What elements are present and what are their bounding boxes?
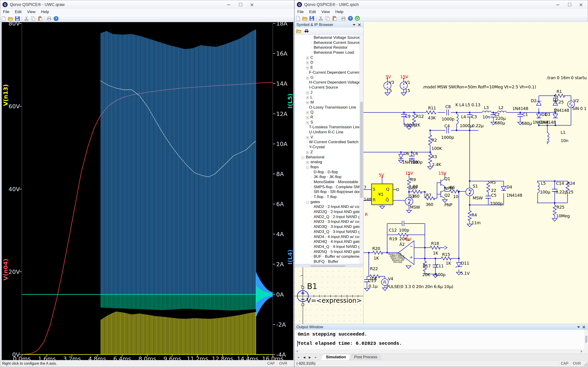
print-icon[interactable] [46,16,52,21]
help-icon[interactable] [348,16,353,21]
cut-icon[interactable] [24,16,29,21]
tree-item[interactable]: +E [294,65,359,70]
tree-item[interactable]: AND3 · 3-Input AND w/ complementary [294,219,359,224]
tree-item[interactable]: +D [294,60,359,65]
tree-item[interactable]: +M [294,100,359,105]
scroll-left-icon[interactable] [296,350,298,352]
expand-icon[interactable]: + [306,116,309,119]
close-icon[interactable] [358,23,361,26]
tree-item[interactable]: T-Lossless Transmission Line [294,125,359,130]
tree-item[interactable]: -Behavioral [294,155,359,160]
open-icon[interactable] [302,16,308,21]
tree-item[interactable]: -gates [294,200,359,205]
expand-icon[interactable]: + [306,67,309,69]
tree-item[interactable]: I-Current Source [294,85,359,90]
browser-panel-header[interactable]: Symbol & IP Browser [294,22,363,28]
expand-icon[interactable]: + [306,161,309,164]
help-icon[interactable] [53,16,59,21]
tree-item[interactable]: +R [294,115,359,120]
menu-view[interactable]: View [319,9,333,14]
resize-grip-icon[interactable] [584,363,587,366]
expand-icon[interactable]: + [306,77,309,79]
tree-item[interactable]: AND3_Q · 3-Input NAND gate [294,229,359,234]
output-hscrollbar[interactable] [294,349,588,354]
run-icon[interactable] [355,16,360,21]
save-icon[interactable] [309,16,315,21]
collapse-icon[interactable]: - [306,201,309,204]
scrollbar-thumb[interactable] [360,102,363,198]
tree-item[interactable]: Y-Crystal [294,145,359,150]
minimize-button[interactable] [553,0,563,9]
tree-item[interactable]: AND3Q · 3-Input AND gate [294,224,359,229]
tree-item[interactable]: +Z [294,150,359,155]
copy-icon[interactable] [31,16,36,21]
tree-item[interactable]: SMPS-flop · Complete SMPS-flop [294,184,359,190]
collapse-icon[interactable]: - [306,166,309,169]
menu-file[interactable]: File [294,9,306,14]
tree-item[interactable]: AND2Q · 2-Input AND gate [294,209,359,214]
tree-item[interactable]: JK-flop · JK-flop [294,175,359,179]
expand-icon[interactable]: + [306,136,309,139]
open-library-icon[interactable] [296,28,302,34]
cut-icon[interactable] [318,16,324,21]
tree-item[interactable]: F-Current Dependent Current Source [294,70,359,75]
tab-simulation[interactable]: Simulation [320,354,351,361]
tree-scrollbar[interactable] [359,35,363,264]
tree-item[interactable]: Behavioral Resistor [294,45,359,50]
plot-area[interactable]: 0.0ms1.6ms3.2ms4.8ms6.4ms8.0ms9.6ms11.2m… [2,22,294,360]
tree-item[interactable]: +J [294,90,359,95]
tree-item[interactable]: T-flop · T-flop [294,194,359,200]
maximize-button[interactable] [235,0,246,9]
tree-item[interactable]: Behavioral Current Source [294,40,359,45]
expand-icon[interactable]: + [306,96,309,99]
scroll-right-icon[interactable] [581,350,582,352]
menu-edit[interactable]: Edit [12,9,24,14]
tree-item[interactable]: +C [294,55,359,60]
print-icon[interactable] [341,16,346,21]
tree-item[interactable]: AND4_Q · 4-Input NAND gate [294,244,359,249]
tree-item[interactable]: U-Uniform R-C Line [294,130,359,135]
tree-item[interactable]: AND4 · 4-Input AND w/ complementary [294,234,359,239]
tree-item[interactable]: -flops [294,165,359,170]
tab-first-icon[interactable]: ⯬ [296,355,302,360]
expand-icon[interactable]: + [306,92,309,94]
tab-last-icon[interactable]: ⯮ [312,355,318,360]
tree-item[interactable]: +Q [294,110,359,115]
menu-help[interactable]: Help [38,9,52,14]
expand-icon[interactable]: + [306,61,309,64]
menu-help[interactable]: Help [332,9,346,14]
tab-prev-icon[interactable]: ◀ [302,355,307,360]
expand-icon[interactable]: + [306,151,309,154]
scrollbar-thumb[interactable] [585,336,587,343]
tree-item[interactable]: +V [294,135,359,140]
schematic-canvas[interactable]: 5VV3515VV115.model MSW SW(Ron=50m Roff=1… [363,22,588,324]
tree-item[interactable]: AND4Q · 4-Input AND gate [294,239,359,244]
tree-item[interactable]: +G [294,75,359,80]
output-window-header[interactable]: Output Window [294,324,588,330]
tree-item[interactable]: Behavioral Voltage Source [294,35,359,40]
symbol-preview[interactable]: B1 V=<expression> [294,267,363,324]
tree-item[interactable]: AND5Q · 5-Input AND gate [294,249,359,254]
collapse-icon[interactable]: - [302,156,304,159]
tree-item[interactable]: +L [294,95,359,100]
tree-item[interactable]: AND2_Q · 2-Input NAND gate [294,214,359,219]
chevron-down-icon[interactable] [353,24,355,26]
search-binoculars-icon[interactable] [304,28,309,34]
maximize-button[interactable] [564,0,575,9]
titlebar[interactable]: Q Qorvo QSPICE® - UWC.qsch [294,0,588,9]
chevron-down-icon[interactable] [577,326,580,328]
tree-item[interactable]: BUF · Buffer w/ complementary outputs [294,254,359,259]
close-icon[interactable] [582,325,586,329]
expand-icon[interactable]: + [306,57,309,59]
close-button[interactable] [576,0,586,9]
paste-icon[interactable] [37,16,43,21]
paste-icon[interactable] [332,16,337,21]
copy-icon[interactable] [325,16,330,21]
menu-view[interactable]: View [24,9,38,14]
tab-post-process[interactable]: Post Process [349,354,383,361]
menu-edit[interactable]: Edit [306,9,319,14]
tree-item[interactable]: Behavioral Power Load [294,50,359,55]
expand-icon[interactable]: + [306,111,309,114]
tree-item[interactable]: MonoStable · Monostable [294,179,359,184]
close-button[interactable] [247,0,257,9]
